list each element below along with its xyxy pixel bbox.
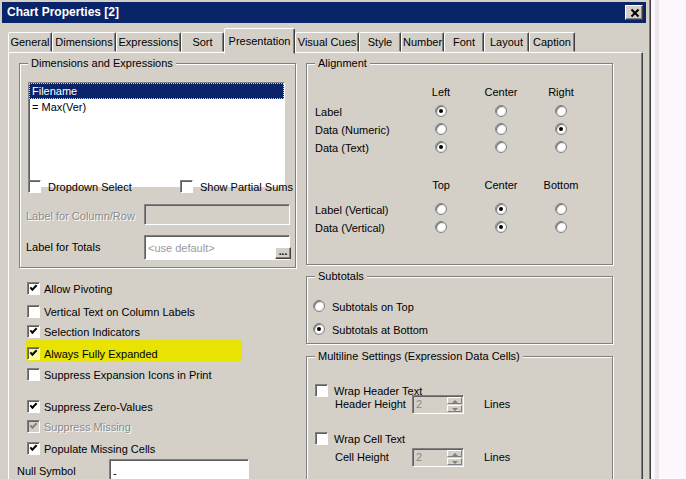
checkbox-label: Vertical Text on Column Labels [44,306,195,319]
spinner-value: 2 [416,451,422,463]
tab-caption[interactable]: Caption [529,32,575,52]
radio-data-text-center[interactable] [495,141,507,153]
checkbox-label: Selection Indicators [44,326,140,339]
row-label: Data (Text) [315,142,369,155]
radio-label: Subtotals at Bottom [332,324,428,337]
close-button[interactable] [625,5,643,20]
checkbox-icon [27,442,40,455]
group-title: Multiline Settings (Expression Data Cell… [315,350,523,363]
null-symbol-input[interactable] [109,459,249,479]
checkbox-icon [315,432,328,445]
row-label: Data (Vertical) [315,222,385,235]
checkbox-icon [315,384,328,397]
cell-height-label: Cell Height [335,451,389,464]
spinner-value: 2 [416,398,422,410]
dimensions-expressions-group: Dimensions and Expressions Filename = Ma… [19,63,296,268]
radio-label: Subtotals on Top [332,301,414,314]
radio-label-vertical-bottom[interactable] [555,203,567,215]
tab-style[interactable]: Style [359,32,401,52]
spinner-down-button [447,405,462,412]
tab-font[interactable]: Font [444,32,484,52]
radio-label-center[interactable] [495,105,507,117]
spinner-up-button [447,450,462,457]
radio-data-numeric-right[interactable] [555,123,567,135]
checkbox-label: Wrap Cell Text [334,433,405,446]
title-bar[interactable]: Chart Properties [2] [2,2,646,23]
null-symbol-label: Null Symbol [17,465,76,478]
column-header-right: Right [531,86,591,99]
tab-dimensions[interactable]: Dimensions [52,32,116,52]
checkbox-icon [27,305,40,318]
radio-data-text-right[interactable] [555,141,567,153]
column-header-left: Left [411,86,471,99]
column-header-bottom: Bottom [531,179,591,192]
checkbox-label: Allow Pivoting [44,283,112,296]
row-label: Data (Numeric) [315,124,390,137]
label-for-column-row-label: Label for Column/Row [26,210,135,223]
checkbox-icon [27,420,40,433]
column-header-top: Top [411,179,471,192]
arrow-up-icon [452,453,458,456]
checkbox-icon [27,282,40,295]
tab-number[interactable]: Number [401,32,444,52]
checkbox-icon [27,400,40,413]
list-item-max-ver[interactable]: = Max(Ver) [29,99,284,115]
tab-general[interactable]: General [8,32,52,52]
checkbox-label: Suppress Expansion Icons in Print [44,369,212,382]
radio-label-vertical-top[interactable] [435,203,447,215]
row-label: Label (Vertical) [315,204,388,217]
radio-data-text-left[interactable] [435,141,447,153]
multiline-settings-group: Multiline Settings (Expression Data Cell… [306,356,613,479]
radio-label-right[interactable] [555,105,567,117]
tab-bar: General Dimensions Expressions Sort Pres… [8,28,575,52]
alignment-group: Alignment Left Center Right Label Data (… [306,63,613,265]
arrow-down-icon [452,408,458,411]
radio-icon [313,300,325,312]
cell-height-spinner: 2 [412,448,464,467]
label-for-totals-input[interactable] [144,235,290,260]
header-height-spinner: 2 [412,395,464,414]
radio-data-vertical-center[interactable] [495,221,507,233]
row-label: Label [315,106,342,119]
radio-data-vertical-top[interactable] [435,221,447,233]
checkbox-icon [27,347,40,360]
chart-properties-dialog: Chart Properties [2] General Dimensions … [0,0,650,479]
dimensions-expressions-list: Filename = Max(Ver) [28,82,285,187]
column-header-center: Center [471,86,531,99]
radio-icon [313,323,325,335]
subtotals-group: Subtotals Subtotals on Top Subtotals at … [306,276,613,344]
header-height-label: Header Height [335,398,406,411]
spinner-buttons [447,450,462,465]
radio-data-numeric-left[interactable] [435,123,447,135]
checkbox-icon [28,180,41,193]
group-title: Alignment [315,57,370,70]
checkbox-icon [27,325,40,338]
header-height-unit: Lines [484,398,510,411]
checkbox-label: Suppress Missing [44,421,131,434]
group-title: Dimensions and Expressions [28,57,176,70]
radio-label-left[interactable] [435,105,447,117]
group-title: Subtotals [315,270,367,283]
tab-presentation[interactable]: Presentation [224,28,295,54]
checkbox-label: Always Fully Expanded [44,348,158,361]
radio-data-vertical-bottom[interactable] [555,221,567,233]
checkbox-label: Suppress Zero-Values [44,401,153,414]
tab-sort[interactable]: Sort [181,32,224,52]
column-header-center-v: Center [471,179,531,192]
presentation-tab-panel: Dimensions and Expressions Filename = Ma… [8,52,643,479]
tab-visual-cues[interactable]: Visual Cues [295,32,359,52]
label-for-column-row-input [144,204,290,225]
tab-expressions[interactable]: Expressions [116,32,181,52]
radio-label-vertical-center[interactable] [495,203,507,215]
checkbox-label: Dropdown Select [48,181,132,194]
cell-height-unit: Lines [484,451,510,464]
tab-layout[interactable]: Layout [484,32,529,52]
arrow-up-icon [452,400,458,403]
list-item-filename[interactable]: Filename [29,83,284,99]
spinner-buttons [447,397,462,412]
radio-data-numeric-center[interactable] [495,123,507,135]
checkbox-icon [180,180,193,193]
arrow-down-icon [452,461,458,464]
spinner-up-button [447,397,462,404]
browse-totals-button[interactable]: ... [275,247,291,259]
